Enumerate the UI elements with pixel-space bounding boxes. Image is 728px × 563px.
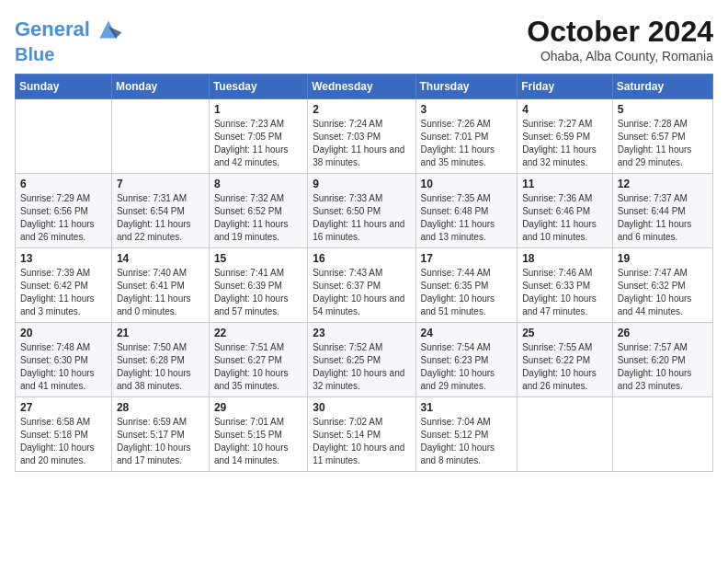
cell-day-number: 25 [522,327,608,339]
cell-info-text: Sunrise: 7:01 AM Sunset: 5:15 PM Dayligh… [214,416,302,467]
calendar-cell: 5Sunrise: 7:28 AM Sunset: 6:57 PM Daylig… [612,99,712,174]
cell-day-number: 13 [20,252,107,265]
cell-day-number: 19 [618,252,708,265]
cell-day-number: 8 [214,178,302,190]
calendar-cell: 26Sunrise: 7:57 AM Sunset: 6:20 PM Dayli… [612,323,712,397]
calendar-week-row: 13Sunrise: 7:39 AM Sunset: 6:42 PM Dayli… [16,248,713,323]
calendar-cell: 19Sunrise: 7:47 AM Sunset: 6:32 PM Dayli… [612,248,712,323]
calendar-cell [518,397,613,472]
logo-text: General [15,18,90,40]
cell-info-text: Sunrise: 7:23 AM Sunset: 7:05 PM Dayligh… [214,118,302,169]
cell-day-number: 16 [313,252,410,265]
cell-info-text: Sunrise: 7:43 AM Sunset: 6:37 PM Dayligh… [313,267,410,318]
cell-info-text: Sunrise: 7:27 AM Sunset: 6:59 PM Dayligh… [522,118,608,169]
cell-info-text: Sunrise: 7:26 AM Sunset: 7:01 PM Dayligh… [421,118,513,169]
calendar-cell: 21Sunrise: 7:50 AM Sunset: 6:28 PM Dayli… [111,323,209,397]
cell-info-text: Sunrise: 7:44 AM Sunset: 6:35 PM Dayligh… [421,267,513,318]
cell-day-number: 2 [313,103,410,116]
title-block: October 2024 Ohaba, Alba County, Romania [527,15,713,63]
calendar-week-row: 6Sunrise: 7:29 AM Sunset: 6:56 PM Daylig… [16,174,713,248]
cell-day-number: 22 [214,327,302,339]
cell-day-number: 21 [117,327,204,339]
cell-info-text: Sunrise: 7:24 AM Sunset: 7:03 PM Dayligh… [313,118,410,169]
calendar-week-row: 20Sunrise: 7:48 AM Sunset: 6:30 PM Dayli… [16,323,713,397]
cell-info-text: Sunrise: 7:36 AM Sunset: 6:46 PM Dayligh… [522,192,608,244]
cell-info-text: Sunrise: 7:41 AM Sunset: 6:39 PM Dayligh… [214,267,302,318]
cell-day-number: 9 [313,178,410,190]
logo-icon [94,15,123,44]
cell-day-number: 10 [421,178,513,190]
cell-info-text: Sunrise: 7:52 AM Sunset: 6:25 PM Dayligh… [313,341,410,393]
cell-info-text: Sunrise: 7:02 AM Sunset: 5:14 PM Dayligh… [313,416,410,467]
weekday-header-cell: Saturday [612,75,712,99]
calendar-cell: 2Sunrise: 7:24 AM Sunset: 7:03 PM Daylig… [308,99,415,174]
cell-info-text: Sunrise: 7:51 AM Sunset: 6:27 PM Dayligh… [214,341,302,393]
calendar-cell: 1Sunrise: 7:23 AM Sunset: 7:05 PM Daylig… [209,99,307,174]
weekday-header-cell: Sunday [16,75,112,99]
cell-day-number: 27 [20,401,107,414]
calendar-cell: 18Sunrise: 7:46 AM Sunset: 6:33 PM Dayli… [518,248,613,323]
cell-info-text: Sunrise: 7:55 AM Sunset: 6:22 PM Dayligh… [522,341,608,393]
calendar-cell: 13Sunrise: 7:39 AM Sunset: 6:42 PM Dayli… [16,248,112,323]
cell-info-text: Sunrise: 7:54 AM Sunset: 6:23 PM Dayligh… [421,341,513,393]
calendar-table: SundayMondayTuesdayWednesdayThursdayFrid… [15,74,713,472]
cell-info-text: Sunrise: 6:58 AM Sunset: 5:18 PM Dayligh… [20,416,107,467]
calendar-cell: 25Sunrise: 7:55 AM Sunset: 6:22 PM Dayli… [518,323,613,397]
logo: General Blue [15,15,123,64]
cell-day-number: 24 [421,327,513,339]
cell-day-number: 29 [214,401,302,414]
calendar-week-row: 1Sunrise: 7:23 AM Sunset: 7:05 PM Daylig… [16,99,713,174]
calendar-cell: 14Sunrise: 7:40 AM Sunset: 6:41 PM Dayli… [111,248,209,323]
cell-day-number: 20 [20,327,107,339]
calendar-cell: 23Sunrise: 7:52 AM Sunset: 6:25 PM Dayli… [308,323,415,397]
cell-day-number: 6 [20,178,107,190]
calendar-cell: 17Sunrise: 7:44 AM Sunset: 6:35 PM Dayli… [415,248,518,323]
calendar-cell: 30Sunrise: 7:02 AM Sunset: 5:14 PM Dayli… [308,397,415,472]
calendar-cell [16,99,112,174]
calendar-body: 1Sunrise: 7:23 AM Sunset: 7:05 PM Daylig… [16,99,713,472]
calendar-cell: 10Sunrise: 7:35 AM Sunset: 6:48 PM Dayli… [415,174,518,248]
cell-day-number: 26 [618,327,708,339]
calendar-cell: 15Sunrise: 7:41 AM Sunset: 6:39 PM Dayli… [209,248,307,323]
cell-info-text: Sunrise: 7:31 AM Sunset: 6:54 PM Dayligh… [117,192,204,244]
weekday-header-cell: Friday [518,75,613,99]
calendar-cell: 29Sunrise: 7:01 AM Sunset: 5:15 PM Dayli… [209,397,307,472]
cell-day-number: 23 [313,327,410,339]
cell-day-number: 4 [522,103,608,116]
cell-info-text: Sunrise: 7:29 AM Sunset: 6:56 PM Dayligh… [20,192,107,244]
calendar-cell [612,397,712,472]
weekday-header-cell: Monday [111,75,209,99]
calendar-cell: 27Sunrise: 6:58 AM Sunset: 5:18 PM Dayli… [16,397,112,472]
calendar-cell: 24Sunrise: 7:54 AM Sunset: 6:23 PM Dayli… [415,323,518,397]
cell-day-number: 18 [522,252,608,265]
cell-day-number: 1 [214,103,302,116]
location: Ohaba, Alba County, Romania [527,49,713,63]
weekday-header-row: SundayMondayTuesdayWednesdayThursdayFrid… [16,75,713,99]
cell-info-text: Sunrise: 7:37 AM Sunset: 6:44 PM Dayligh… [618,192,708,244]
calendar-cell: 16Sunrise: 7:43 AM Sunset: 6:37 PM Dayli… [308,248,415,323]
cell-info-text: Sunrise: 7:35 AM Sunset: 6:48 PM Dayligh… [421,192,513,244]
calendar-cell: 3Sunrise: 7:26 AM Sunset: 7:01 PM Daylig… [415,99,518,174]
cell-info-text: Sunrise: 7:28 AM Sunset: 6:57 PM Dayligh… [618,118,708,169]
cell-info-text: Sunrise: 7:47 AM Sunset: 6:32 PM Dayligh… [618,267,708,318]
cell-day-number: 14 [117,252,204,265]
cell-day-number: 11 [522,178,608,190]
cell-info-text: Sunrise: 7:32 AM Sunset: 6:52 PM Dayligh… [214,192,302,244]
cell-info-text: Sunrise: 7:48 AM Sunset: 6:30 PM Dayligh… [20,341,107,393]
cell-info-text: Sunrise: 7:04 AM Sunset: 5:12 PM Dayligh… [421,416,513,467]
calendar-week-row: 27Sunrise: 6:58 AM Sunset: 5:18 PM Dayli… [16,397,713,472]
cell-info-text: Sunrise: 7:46 AM Sunset: 6:33 PM Dayligh… [522,267,608,318]
calendar-cell: 6Sunrise: 7:29 AM Sunset: 6:56 PM Daylig… [16,174,112,248]
month-title: October 2024 [527,15,713,49]
calendar-cell: 4Sunrise: 7:27 AM Sunset: 6:59 PM Daylig… [518,99,613,174]
cell-day-number: 5 [618,103,708,116]
calendar-cell: 9Sunrise: 7:33 AM Sunset: 6:50 PM Daylig… [308,174,415,248]
cell-day-number: 17 [421,252,513,265]
cell-info-text: Sunrise: 7:40 AM Sunset: 6:41 PM Dayligh… [117,267,204,318]
calendar-cell: 12Sunrise: 7:37 AM Sunset: 6:44 PM Dayli… [612,174,712,248]
cell-day-number: 12 [618,178,708,190]
logo-text-blue: Blue [15,44,123,64]
cell-info-text: Sunrise: 7:50 AM Sunset: 6:28 PM Dayligh… [117,341,204,393]
calendar-cell: 11Sunrise: 7:36 AM Sunset: 6:46 PM Dayli… [518,174,613,248]
calendar-cell: 7Sunrise: 7:31 AM Sunset: 6:54 PM Daylig… [111,174,209,248]
